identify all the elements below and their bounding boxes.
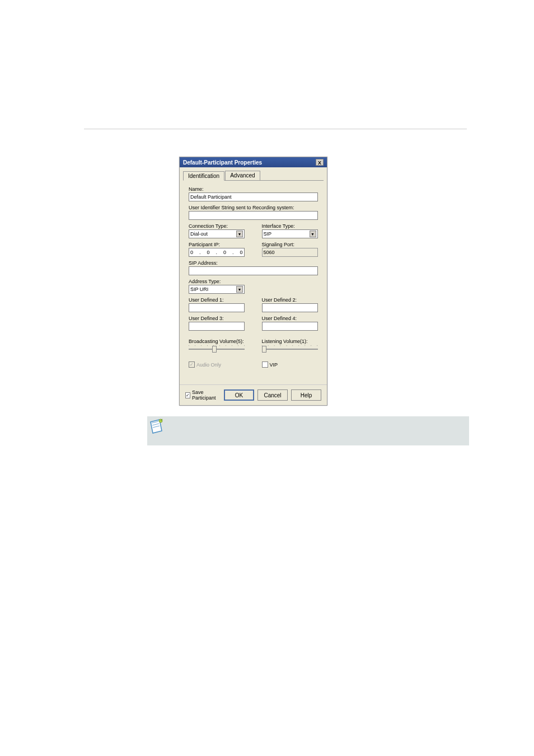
connection-type-select[interactable]: Dial-out ▼ <box>189 229 245 238</box>
dialog-footer: ✓ Save Participant OK Cancel Help <box>180 384 327 405</box>
uid-label: User Identifier String sent to Recording… <box>189 205 318 210</box>
cancel-button[interactable]: Cancel <box>257 389 288 401</box>
audio-only-checkbox: ✓ <box>189 361 195 368</box>
connection-type-label: Connection Type: <box>189 223 245 229</box>
slider-thumb[interactable] <box>262 346 266 353</box>
ud2-input[interactable] <box>262 303 318 312</box>
audio-only-label: Audio Only <box>196 362 221 368</box>
ud4-input[interactable] <box>262 322 318 331</box>
titlebar[interactable]: Default-Participant Properties X <box>180 157 327 167</box>
save-participant-checkbox[interactable]: ✓ <box>185 392 190 398</box>
ud1-label: User Defined 1: <box>189 297 245 303</box>
vip-label: VIP <box>270 362 278 368</box>
listening-volume-label: Listening Volume(1): <box>262 339 318 344</box>
address-type-value: SIP URI <box>190 287 208 292</box>
vip-checkbox[interactable] <box>262 361 268 368</box>
participant-properties-dialog: Default-Participant Properties X Identif… <box>179 157 327 406</box>
slider-thumb[interactable] <box>212 346 217 353</box>
broadcasting-volume-label: Broadcasting Volume(5): <box>189 339 245 344</box>
tab-identification[interactable]: Identification <box>183 171 224 181</box>
tab-advanced[interactable]: Advanced <box>225 171 260 180</box>
name-label: Name: <box>189 186 318 192</box>
horizontal-rule <box>84 129 467 129</box>
tabs: Identification Advanced <box>183 171 324 181</box>
signaling-port-input <box>262 248 318 257</box>
participant-ip-input[interactable] <box>189 248 245 257</box>
ud4-label: User Defined 4: <box>262 316 318 321</box>
ud3-input[interactable] <box>189 322 245 331</box>
connection-type-value: Dial-out <box>190 231 208 237</box>
sip-address-input[interactable] <box>189 266 318 275</box>
address-type-label: Address Type: <box>189 279 318 284</box>
ud3-label: User Defined 3: <box>189 316 245 321</box>
ud1-input[interactable] <box>189 303 245 312</box>
save-participant-label: Save Participant <box>192 389 217 401</box>
tab-content: Name: User Identifier String sent to Rec… <box>180 181 327 384</box>
interface-type-value: SIP <box>264 231 272 237</box>
name-input[interactable] <box>189 192 318 201</box>
note-box <box>147 416 469 445</box>
note-icon <box>148 419 165 435</box>
sip-address-label: SIP Address: <box>189 260 318 266</box>
uid-input[interactable] <box>189 211 318 220</box>
close-button[interactable]: X <box>316 159 324 166</box>
chevron-down-icon: ▼ <box>236 231 243 237</box>
address-type-select[interactable]: SIP URI ▼ <box>189 285 245 294</box>
signaling-port-label: Signaling Port: <box>262 242 318 247</box>
listening-volume-slider[interactable]: '''''''''' <box>262 345 318 355</box>
participant-ip-label: Participant IP: <box>189 242 245 247</box>
chevron-down-icon: ▼ <box>310 231 316 237</box>
help-button[interactable]: Help <box>291 389 321 401</box>
ok-button[interactable]: OK <box>224 389 254 401</box>
ud2-label: User Defined 2: <box>262 297 318 303</box>
interface-type-label: Interface Type: <box>262 223 318 229</box>
dialog-title: Default-Participant Properties <box>183 159 262 166</box>
chevron-down-icon: ▼ <box>236 286 243 293</box>
broadcasting-volume-slider[interactable]: '''''''''' <box>189 345 245 355</box>
interface-type-select[interactable]: SIP ▼ <box>262 229 318 238</box>
